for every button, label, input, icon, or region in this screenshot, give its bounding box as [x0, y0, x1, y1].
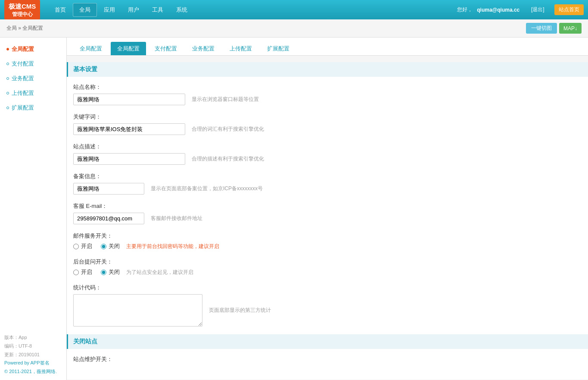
keywords-input[interactable]: [73, 123, 185, 135]
backend-close-radio-input[interactable]: [101, 270, 106, 275]
email-label: 客服 E-mail：: [73, 202, 582, 210]
powered-by-link[interactable]: Powered by APP签名: [4, 360, 50, 365]
sidebar-label-extend: 扩展配置: [12, 104, 34, 112]
backend-hint: 为了站点安全起见，建议开启: [126, 269, 193, 276]
nav-logout[interactable]: [退出]: [531, 6, 544, 13]
close-site-switch-group: 站点维护开关：: [73, 355, 582, 363]
site-name-group: 站点名称： 显示在浏览器窗口标题等位置: [73, 83, 582, 105]
breadcrumb-current: 全局配置: [22, 25, 43, 31]
sidebar-dot-3: [6, 77, 9, 80]
beian-group: 备案信息： 显示在页面底部备案位置，如京ICP备xxxxxxxx号: [73, 173, 582, 195]
description-label: 站点描述：: [73, 143, 582, 151]
site-name-hint: 显示在浏览器窗口标题等位置: [192, 96, 259, 103]
map-button[interactable]: MAP↓: [559, 23, 582, 34]
mail-close-radio-input[interactable]: [101, 244, 106, 249]
email-input[interactable]: [73, 213, 144, 224]
backend-switch-label: 后台提问开关：: [73, 258, 582, 266]
sidebar-label-global-config: 全局配置: [12, 45, 34, 53]
backend-radio-group: 开启 关闭: [73, 268, 120, 276]
content-area: 全局配置 全局配置 支付配置 业务配置 上传配置 扩展配置 基本设置 站点名称：…: [67, 38, 588, 380]
backend-close-radio[interactable]: 关闭: [101, 268, 120, 276]
update-label: 更新：: [4, 352, 19, 357]
sub-tab-upload[interactable]: 上传配置: [223, 42, 258, 55]
mail-switch-group: 邮件服务开关： 开启 关闭 主要用于前台找回密码等功能，建议开启: [73, 232, 582, 250]
sub-tab-global-config-text[interactable]: 全局配置: [73, 42, 109, 55]
nav-global[interactable]: 全局: [73, 3, 97, 17]
mail-switch-row: 开启 关闭 主要用于前台找回密码等功能，建议开启: [73, 242, 582, 250]
stats-textarea[interactable]: [73, 294, 202, 327]
sidebar-label-upload: 上传配置: [12, 89, 34, 97]
sidebar-item-extend-config[interactable]: 扩展配置: [0, 100, 66, 115]
sub-tab-global-config-active[interactable]: 全局配置: [111, 42, 146, 55]
site-name-input[interactable]: [73, 94, 185, 105]
sidebar-item-upload-config[interactable]: 上传配置: [0, 86, 66, 100]
copyright-link[interactable]: © 2011-2021，薇推网络.: [4, 369, 57, 374]
sidebar-dot-1: [6, 48, 9, 50]
breadcrumb: 全局 » 全局配置: [6, 25, 43, 32]
backend-open-label: 开启: [81, 268, 92, 276]
sidebar-label-payment: 支付配置: [12, 60, 34, 68]
mail-switch-label: 邮件服务开关：: [73, 232, 582, 240]
nav-apps[interactable]: 应用: [98, 3, 121, 16]
description-group: 站点描述： 合理的描述有利于搜索引擎优化: [73, 143, 582, 165]
backend-close-label: 关闭: [109, 268, 120, 276]
sub-tabs: 全局配置 全局配置 支付配置 业务配置 上传配置 扩展配置: [67, 38, 588, 56]
backend-open-radio-input[interactable]: [73, 270, 79, 275]
email-group: 客服 E-mail： 客服邮件接收邮件地址: [73, 202, 582, 224]
nav-site-home-button[interactable]: 站点首页: [554, 4, 584, 15]
breadcrumb-bar: 全局 » 全局配置 一键切图 MAP↓: [0, 19, 588, 38]
nav-right: 您好，qiuma@qiuma.cc [退出] 站点首页: [457, 4, 584, 15]
sidebar-item-payment-config[interactable]: 支付配置: [0, 57, 66, 71]
nav-home[interactable]: 首页: [49, 3, 72, 16]
sidebar-item-business-config[interactable]: 业务配置: [0, 71, 66, 86]
nav-tools[interactable]: 工具: [146, 3, 169, 16]
sub-tab-payment[interactable]: 支付配置: [148, 42, 184, 55]
sidebar-footer: 版本：App 编码：UTF-8 更新：20190101 Powered by A…: [4, 333, 57, 376]
top-navigation: 极速CMS 管理中心 首页 全局 应用 用户 工具 系统 您好，qiuma@qi…: [0, 0, 588, 19]
mail-open-radio-input[interactable]: [73, 244, 79, 249]
description-row: 合理的描述有利于搜索引擎优化: [73, 153, 582, 165]
stats-row: 页面底部显示的第三方统计: [73, 294, 582, 327]
close-site-title: 关闭站点: [67, 334, 588, 349]
sidebar-label-business: 业务配置: [12, 75, 34, 82]
logo-line1: 极速CMS: [9, 2, 36, 11]
keywords-group: 关键字词： 合理的词汇有利于搜索引擎优化: [73, 113, 582, 135]
stats-label: 统计代码：: [73, 284, 582, 292]
breadcrumb-actions: 一键切图 MAP↓: [526, 23, 582, 34]
form-area: 基本设置 站点名称： 显示在浏览器窗口标题等位置 关键字词： 合理的词汇有利于搜…: [67, 62, 588, 380]
description-input[interactable]: [73, 153, 185, 165]
main-layout: 全局配置 支付配置 业务配置 上传配置 扩展配置 版本：App 编码：UTF-8…: [0, 38, 588, 380]
stats-group: 统计代码： 页面底部显示的第三方统计: [73, 284, 582, 327]
mail-open-radio[interactable]: 开启: [73, 242, 92, 250]
close-site-switch-label: 站点维护开关：: [73, 355, 582, 363]
keywords-hint: 合理的词汇有利于搜索引擎优化: [192, 126, 264, 133]
backend-switch-row: 开启 关闭 为了站点安全起见，建议开启: [73, 268, 582, 276]
description-hint: 合理的描述有利于搜索引擎优化: [192, 155, 264, 163]
beian-label: 备案信息：: [73, 173, 582, 180]
breadcrumb-separator: »: [18, 25, 22, 31]
mail-radio-group: 开启 关闭: [73, 242, 120, 250]
mail-open-label: 开启: [81, 242, 92, 250]
site-name-row: 显示在浏览器窗口标题等位置: [73, 94, 582, 105]
sub-tab-extend[interactable]: 扩展配置: [261, 42, 296, 55]
sidebar-dot-2: [6, 63, 9, 65]
encoding-label: 编码：: [4, 343, 19, 349]
yijian-button[interactable]: 一键切图: [526, 23, 557, 34]
backend-open-radio[interactable]: 开启: [73, 268, 92, 276]
stats-hint: 页面底部显示的第三方统计: [209, 307, 271, 314]
site-name-label: 站点名称：: [73, 83, 582, 91]
beian-hint: 显示在页面底部备案位置，如京ICP备xxxxxxxx号: [151, 185, 263, 192]
mail-hint: 主要用于前台找回密码等功能，建议开启: [126, 243, 219, 250]
keywords-row: 合理的词汇有利于搜索引擎优化: [73, 123, 582, 135]
nav-users[interactable]: 用户: [122, 3, 145, 16]
sidebar-dot-4: [6, 92, 9, 94]
encoding-value: UTF-8: [19, 343, 32, 349]
email-row: 客服邮件接收邮件地址: [73, 213, 582, 224]
sidebar: 全局配置 支付配置 业务配置 上传配置 扩展配置 版本：App 编码：UTF-8…: [0, 38, 67, 380]
sidebar-item-global-config[interactable]: 全局配置: [0, 42, 66, 57]
mail-close-radio[interactable]: 关闭: [101, 242, 120, 250]
sub-tab-business[interactable]: 业务配置: [186, 42, 221, 55]
beian-input[interactable]: [73, 183, 144, 195]
breadcrumb-root[interactable]: 全局: [6, 25, 17, 31]
nav-system[interactable]: 系统: [170, 3, 193, 16]
